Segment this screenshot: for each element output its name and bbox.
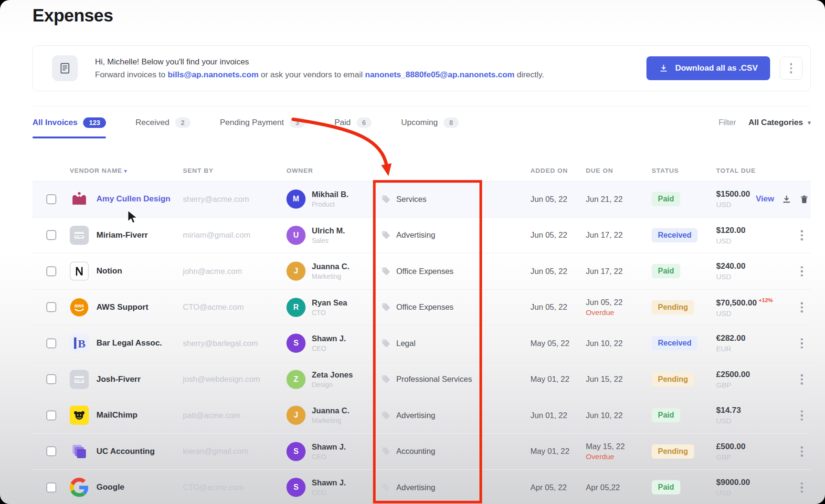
invoice-row: Notion john@acme.com J Juanna C.Marketin… [32,253,811,290]
owner-role: Marketing [312,417,349,424]
page-title: Expenses [32,6,113,26]
invoice-tabs: All Invoices 123 Received 2 Pending Paym… [32,106,811,138]
vendor-name[interactable]: MailChimp [96,410,138,420]
sent-by-email: kieran@gmail.com [183,447,286,456]
download-all-csv-button[interactable]: Download all as .CSV [646,56,770,80]
vendor-name[interactable]: AWS Support [96,303,148,312]
row-checkbox[interactable] [46,374,56,384]
banner-text-prefix: Forward invoices to [95,70,168,79]
vendor-email-link[interactable]: nanonets_8880fe05@ap.nanonets.com [365,70,515,79]
invoice-row: MailChimp patt@acme.com J Juanna C.Marke… [32,398,811,434]
download-invoice-icon[interactable] [782,194,792,204]
owner-avatar: J [286,262,306,281]
tab-received[interactable]: Received 2 [136,106,190,138]
amount: €282.00 [716,334,745,343]
row-more-options-button[interactable] [798,227,806,243]
header-status: STATUS [647,167,711,174]
tab-paid[interactable]: Paid 6 [335,106,372,138]
row-checkbox[interactable] [46,194,56,204]
tag-icon [381,447,391,456]
vendor-name[interactable]: Josh-Fiverr [96,375,141,384]
bar-legal-logo: B [70,334,89,353]
banner-text-middle: or ask your vendors to email [259,70,365,79]
aws-logo: aws [70,298,89,317]
app-frame: Expenses Hi, Michelle! Below you'll find… [0,0,825,504]
notion-logo [70,262,89,281]
bills-email-link[interactable]: bills@ap.nanonets.com [168,70,258,79]
view-invoice-link[interactable]: View [756,194,774,204]
row-checkbox[interactable] [46,338,56,348]
header-sent-by: SENT BY [183,167,286,174]
invoice-doc-icon [52,55,78,81]
overdue-label: Overdue [586,308,647,317]
due-on-date: May 15, 22 [586,442,647,451]
row-more-options-button[interactable] [798,263,806,280]
row-more-options-button[interactable] [798,443,806,460]
owner-avatar: S [286,478,306,497]
vendor-name[interactable]: Notion [96,266,122,276]
banner-more-options-button[interactable] [780,57,803,80]
status-badge: Paid [652,480,680,494]
row-more-options-button[interactable] [798,371,806,388]
amy-cullen-design-logo [70,189,89,209]
kebab-icon [790,63,793,74]
category-label: Services [396,195,426,204]
row-more-options-button[interactable] [798,408,806,424]
owner-name: Zeta Jones [312,370,353,379]
row-more-options-button[interactable] [798,480,806,496]
vendor-name[interactable]: UC Accounting [96,447,155,456]
row-checkbox[interactable] [46,410,56,420]
tab-all-invoices[interactable]: All Invoices 123 [32,106,106,138]
added-on-date: May 01, 22 [518,447,580,456]
tag-icon [381,483,391,492]
owner-name: Juanna C. [312,262,349,271]
row-more-options-button[interactable] [798,299,806,315]
delete-invoice-icon[interactable] [799,194,809,204]
row-checkbox[interactable] [46,483,56,493]
status-badge: Paid [652,264,680,278]
currency: EUR [716,345,756,353]
category-label: Advertising [396,411,435,420]
overdue-label: Overdue [586,452,647,461]
row-checkbox[interactable] [46,266,56,276]
owner-name: Shawn J. [312,442,346,452]
banner-text-suffix: directly. [515,70,544,79]
amount: £2500.00 [716,370,750,379]
vendor-name[interactable]: Bar Legal Assoc. [96,338,162,348]
currency: USD [716,237,756,245]
google-logo [70,478,89,497]
header-owner: OWNER [286,167,381,174]
table-header-row: VENDOR NAME▾ SENT BY OWNER ADDED ON DUE … [32,160,811,181]
vendor-name[interactable]: Google [96,483,125,492]
added-on-date: Apr 05, 22 [518,483,580,492]
status-badge: Pending [652,300,694,315]
tab-label: Received [136,118,169,127]
header-vendor-name[interactable]: VENDOR NAME▾ [70,167,183,174]
added-on-date: May 01, 22 [518,375,580,384]
row-checkbox[interactable] [46,302,56,312]
category-filter-dropdown[interactable]: All Categories ▾ [749,118,811,127]
invoice-row: Amy Cullen Design sherry@acme.com M Mikh… [32,181,811,218]
tag-icon [381,195,391,204]
currency: USD [716,273,756,281]
invoice-row: Google CTO@acme.com S Shawn J.CEO Advert… [32,470,811,504]
tag-icon [381,411,391,420]
amount: $1500.00 [716,189,750,199]
due-on-date: Jun 17, 22 [586,231,647,240]
tab-upcoming[interactable]: Upcoming 8 [401,106,458,138]
due-on-date: Apr 05,22 [586,483,647,492]
row-checkbox[interactable] [46,446,56,456]
amount: £500.00 [716,442,745,451]
mailchimp-logo [70,406,89,425]
tab-label: Upcoming [401,118,438,127]
vendor-name[interactable]: Amy Cullen Design [96,194,170,204]
tab-pending-payment[interactable]: Pending Payment 3 [220,106,305,138]
row-checkbox[interactable] [46,230,56,240]
invoice-row: UC Accounting kieran@gmail.com S Shawn J… [32,434,811,470]
added-on-date: May 05, 22 [518,339,580,348]
row-more-options-button[interactable] [798,336,806,352]
sent-by-email: sherry@acme.com [183,195,286,204]
tab-count-badge: 2 [175,117,190,128]
owner-role: CEO [312,489,346,496]
vendor-name[interactable]: Miriam-Fiverr [96,231,148,240]
